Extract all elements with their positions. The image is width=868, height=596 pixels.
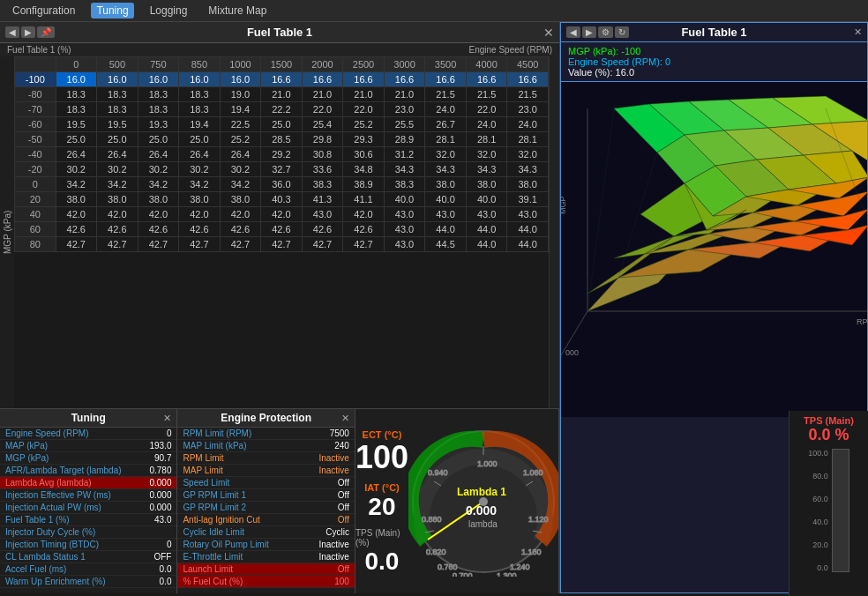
table-row[interactable]: 6042.642.642.642.642.642.642.642.643.044… — [15, 222, 549, 237]
cell-6-11[interactable]: 34.3 — [507, 162, 549, 177]
cell-9-2[interactable]: 42.0 — [138, 207, 179, 222]
cell-7-9[interactable]: 38.0 — [425, 177, 467, 192]
cell-10-3[interactable]: 42.6 — [179, 222, 221, 237]
cell-6-7[interactable]: 34.8 — [343, 162, 385, 177]
cell-8-1[interactable]: 38.0 — [97, 192, 138, 207]
cell-1-5[interactable]: 21.0 — [261, 87, 303, 102]
cell-7-3[interactable]: 34.2 — [179, 177, 221, 192]
cell-5-2[interactable]: 26.4 — [138, 147, 179, 162]
cell-7-4[interactable]: 34.2 — [220, 177, 261, 192]
cell-4-0[interactable]: 25.0 — [56, 132, 97, 147]
cell-0-0[interactable]: 16.0 — [56, 72, 97, 87]
cell-0-9[interactable]: 16.6 — [425, 72, 467, 87]
cell-11-9[interactable]: 44.5 — [425, 237, 467, 252]
cell-0-4[interactable]: 16.0 — [220, 72, 261, 87]
cell-9-9[interactable]: 43.0 — [425, 207, 467, 222]
cell-11-8[interactable]: 43.0 — [384, 237, 425, 252]
cell-3-5[interactable]: 25.0 — [261, 117, 303, 132]
cell-3-3[interactable]: 19.4 — [179, 117, 221, 132]
cell-3-10[interactable]: 24.0 — [466, 117, 507, 132]
cell-7-7[interactable]: 38.9 — [343, 177, 385, 192]
cell-2-7[interactable]: 22.0 — [343, 102, 385, 117]
cell-0-2[interactable]: 16.0 — [138, 72, 179, 87]
cell-3-4[interactable]: 22.5 — [220, 117, 261, 132]
fuel-table-close[interactable]: ✕ — [543, 26, 554, 40]
cell-5-5[interactable]: 29.2 — [261, 147, 303, 162]
cell-4-7[interactable]: 29.3 — [343, 132, 385, 147]
cell-11-3[interactable]: 42.7 — [179, 237, 221, 252]
cell-11-10[interactable]: 44.0 — [466, 237, 507, 252]
cell-0-5[interactable]: 16.6 — [261, 72, 303, 87]
nav-right-btn[interactable]: ▶ — [21, 26, 35, 38]
cell-8-2[interactable]: 38.0 — [138, 192, 179, 207]
table-row[interactable]: -5025.025.025.025.025.228.529.829.328.92… — [15, 132, 549, 147]
nav-logging[interactable]: Logging — [145, 3, 193, 19]
cell-7-5[interactable]: 36.0 — [261, 177, 303, 192]
cell-10-8[interactable]: 43.0 — [384, 222, 425, 237]
cell-11-7[interactable]: 42.7 — [343, 237, 385, 252]
cell-1-2[interactable]: 18.3 — [138, 87, 179, 102]
cell-10-4[interactable]: 42.6 — [220, 222, 261, 237]
cell-6-8[interactable]: 34.3 — [384, 162, 425, 177]
cell-1-7[interactable]: 21.0 — [343, 87, 385, 102]
cell-9-5[interactable]: 42.0 — [261, 207, 303, 222]
nav-tuning[interactable]: Tuning — [91, 3, 133, 19]
cell-2-4[interactable]: 19.4 — [220, 102, 261, 117]
cell-0-10[interactable]: 16.6 — [466, 72, 507, 87]
cell-7-8[interactable]: 38.3 — [384, 177, 425, 192]
cell-4-10[interactable]: 28.1 — [466, 132, 507, 147]
cell-11-4[interactable]: 42.7 — [220, 237, 261, 252]
cell-4-6[interactable]: 29.8 — [302, 132, 343, 147]
cell-10-9[interactable]: 44.0 — [425, 222, 467, 237]
tuning-close[interactable]: ✕ — [163, 413, 171, 424]
cell-4-5[interactable]: 28.5 — [261, 132, 303, 147]
chart-refresh[interactable]: ↻ — [615, 26, 629, 38]
cell-6-9[interactable]: 34.3 — [425, 162, 467, 177]
cell-1-1[interactable]: 18.3 — [97, 87, 138, 102]
cell-4-4[interactable]: 25.2 — [220, 132, 261, 147]
cell-8-4[interactable]: 38.0 — [220, 192, 261, 207]
cell-4-3[interactable]: 25.0 — [179, 132, 221, 147]
cell-10-2[interactable]: 42.6 — [138, 222, 179, 237]
cell-8-3[interactable]: 38.0 — [179, 192, 221, 207]
cell-6-6[interactable]: 33.6 — [302, 162, 343, 177]
cell-10-0[interactable]: 42.6 — [56, 222, 97, 237]
cell-9-1[interactable]: 42.0 — [97, 207, 138, 222]
cell-7-2[interactable]: 34.2 — [138, 177, 179, 192]
chart-nav-left[interactable]: ◀ — [566, 26, 580, 38]
cell-1-9[interactable]: 21.5 — [425, 87, 467, 102]
cell-0-11[interactable]: 16.6 — [507, 72, 549, 87]
cell-11-0[interactable]: 42.7 — [56, 237, 97, 252]
cell-9-4[interactable]: 42.0 — [220, 207, 261, 222]
table-row[interactable]: 2038.038.038.038.038.040.341.341.140.040… — [15, 192, 549, 207]
cell-3-2[interactable]: 19.3 — [138, 117, 179, 132]
cell-6-1[interactable]: 30.2 — [97, 162, 138, 177]
cell-8-5[interactable]: 40.3 — [261, 192, 303, 207]
cell-0-8[interactable]: 16.6 — [384, 72, 425, 87]
nav-configuration[interactable]: Configuration — [7, 3, 80, 19]
cell-3-8[interactable]: 25.5 — [384, 117, 425, 132]
cell-10-1[interactable]: 42.6 — [97, 222, 138, 237]
cell-9-6[interactable]: 43.0 — [302, 207, 343, 222]
cell-6-4[interactable]: 30.2 — [220, 162, 261, 177]
cell-8-11[interactable]: 39.1 — [507, 192, 549, 207]
cell-6-0[interactable]: 30.2 — [56, 162, 97, 177]
table-row[interactable]: -6019.519.519.319.422.525.025.425.225.52… — [15, 117, 549, 132]
cell-1-8[interactable]: 21.0 — [384, 87, 425, 102]
cell-0-7[interactable]: 16.6 — [343, 72, 385, 87]
cell-7-0[interactable]: 34.2 — [56, 177, 97, 192]
cell-7-1[interactable]: 34.2 — [97, 177, 138, 192]
table-row[interactable]: -2030.230.230.230.230.232.733.634.834.33… — [15, 162, 549, 177]
cell-1-10[interactable]: 21.5 — [466, 87, 507, 102]
cell-7-6[interactable]: 38.3 — [302, 177, 343, 192]
cell-1-0[interactable]: 18.3 — [56, 87, 97, 102]
cell-6-5[interactable]: 32.7 — [261, 162, 303, 177]
table-row[interactable]: -8018.318.318.318.319.021.021.021.021.02… — [15, 87, 549, 102]
cell-9-8[interactable]: 43.0 — [384, 207, 425, 222]
cell-3-1[interactable]: 19.5 — [97, 117, 138, 132]
nav-left-btn[interactable]: ◀ — [5, 26, 19, 38]
cell-5-9[interactable]: 32.0 — [425, 147, 467, 162]
cell-3-9[interactable]: 26.7 — [425, 117, 467, 132]
cell-2-10[interactable]: 22.0 — [466, 102, 507, 117]
cell-2-8[interactable]: 23.0 — [384, 102, 425, 117]
